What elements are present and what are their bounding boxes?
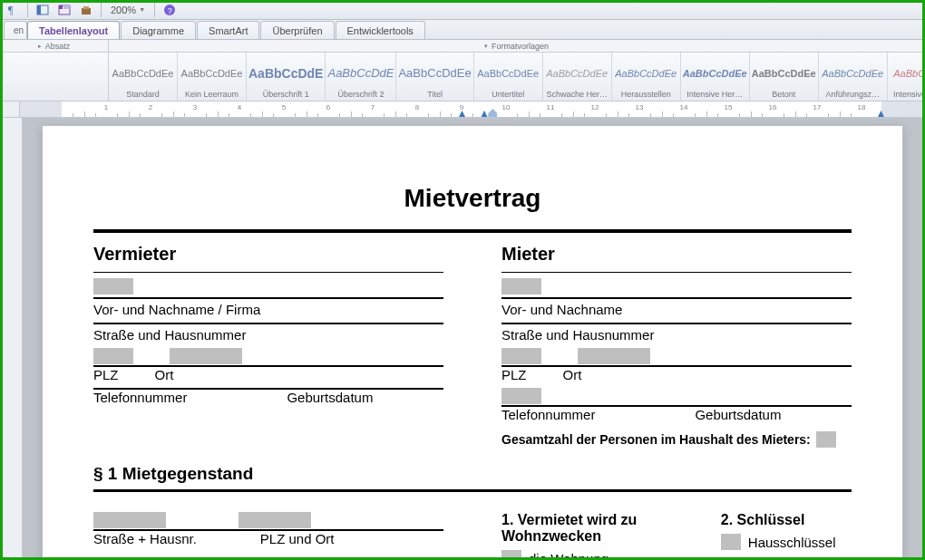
style-sample: AaBbCcDdEe: [614, 56, 678, 90]
placeholder-box: [501, 388, 541, 404]
placeholder-box: [170, 348, 242, 364]
group-absatz[interactable]: ▸Absatz: [0, 40, 109, 52]
document-page[interactable]: Mietvertrag Vermieter Vor- und Nachname …: [42, 125, 903, 557]
sidebar-icon[interactable]: [34, 2, 52, 18]
style-tile[interactable]: AaBbCcDdEeSchwache Her…: [543, 53, 612, 101]
styles-gallery: AaBbCcDdEeStandardAaBbCcDdEeKein Leerrau…: [109, 53, 925, 101]
placeholder-box: [239, 512, 311, 528]
field-ort: Ort: [155, 367, 174, 382]
style-sample: AaBbCcDdE: [327, 56, 394, 90]
field-street: Straße und Hausnummer: [501, 327, 852, 343]
style-label: Überschrift 1: [248, 90, 323, 99]
tab-smartart[interactable]: SmartArt: [197, 21, 259, 39]
doc-title: Mietvertrag: [93, 184, 852, 213]
zoom-readout[interactable]: 200% ▼: [107, 2, 149, 18]
style-tile[interactable]: AaBbCcDdEÜberschrift 1: [247, 53, 326, 101]
tab-entwicklertools[interactable]: Entwicklertools: [336, 21, 425, 39]
field-plz: PLZ: [501, 367, 527, 382]
style-label: Betont: [752, 90, 816, 99]
group-formatvorlagen[interactable]: ▾Formatvorlagen: [109, 40, 925, 52]
style-tile[interactable]: AaBbCcDdEeStandard: [109, 53, 178, 101]
tab-diagramme[interactable]: Diagramme: [121, 21, 196, 39]
style-tile[interactable]: AaBbCcDdEeUntertitel: [474, 53, 543, 101]
placeholder-box: [816, 431, 836, 448]
mieter-header: Mieter: [501, 244, 852, 265]
svg-rect-2: [37, 5, 41, 14]
style-label: Überschrift 2: [327, 90, 394, 99]
style-sample: AaBbCcDdEe: [683, 56, 747, 90]
vertical-ruler[interactable]: [3, 118, 23, 557]
style-sample: AaBbCcDdEe: [111, 56, 175, 90]
tab-partial[interactable]: en: [4, 21, 27, 39]
style-tile[interactable]: AaBbCcDdEIntensives An…: [888, 53, 925, 101]
document-canvas: Mietvertrag Vermieter Vor- und Nachname …: [3, 118, 922, 557]
style-tile[interactable]: AaBbCcDdEeHerausstellen: [612, 53, 681, 101]
field-name: Vor- und Nachname: [501, 302, 852, 317]
style-label: Untertitel: [476, 90, 540, 99]
style-tile[interactable]: AaBbCcDdEeIntensive Her…: [681, 53, 750, 101]
svg-text:¶: ¶: [8, 4, 14, 16]
style-label: Intensive Her…: [683, 90, 747, 99]
style-tile[interactable]: AaBbCcDdEeKein Leerraum: [178, 53, 247, 101]
placeholder-box: [578, 348, 650, 364]
placeholder-box: [501, 348, 541, 364]
placeholder-box: [501, 278, 541, 294]
s1r-h1: 1. Vermietet wird zu Wohnzwecken: [501, 512, 685, 545]
field-birth: Geburtsdatum: [287, 390, 373, 405]
s1r-b1: die Wohnung: [529, 551, 609, 557]
placeholder-box: [93, 278, 133, 294]
help-icon[interactable]: ?: [161, 2, 179, 18]
field-plz: PLZ: [93, 367, 119, 382]
field-tel: Telefonnummer: [93, 390, 187, 405]
style-sample: AaBbCcDdEe: [821, 56, 885, 90]
style-sample: AaBbCcDdEe: [752, 56, 816, 90]
field-birth: Geburtsdatum: [695, 407, 781, 422]
styles-gallery-row: AaBbCcDdEeStandardAaBbCcDdEeKein Leerrau…: [0, 53, 925, 101]
style-sample: AaBbCcDdEe: [476, 56, 540, 90]
svg-text:?: ?: [168, 5, 172, 14]
placeholder-box: [93, 348, 133, 364]
s1-head: § 1 Mietgegenstand: [93, 464, 852, 484]
style-tile[interactable]: AaBbCcDdEÜberschrift 2: [326, 53, 396, 101]
style-sample: AaBbCcDdE: [890, 56, 925, 90]
style-sample: AaBbCcDdE: [248, 56, 323, 90]
toolbox-icon[interactable]: [77, 2, 95, 18]
style-tile[interactable]: AaBbCcDdEeTitel: [396, 53, 473, 101]
style-label: Titel: [398, 90, 471, 99]
s1-plzort: PLZ und Ort: [260, 531, 335, 546]
style-sample: AaBbCcDdEe: [398, 56, 471, 90]
field-street: Straße und Hausnummer: [93, 327, 443, 343]
style-label: Schwache Her…: [545, 90, 609, 99]
tab-tabellenlayout[interactable]: Tabellenlayout: [27, 21, 120, 39]
svg-rect-4: [59, 5, 63, 9]
field-tel: Telefonnummer: [501, 407, 595, 422]
style-label: Intensives An…: [890, 90, 925, 99]
placeholder-box: [501, 550, 521, 557]
ribbon-tabstrip: en Tabellenlayout Diagramme SmartArt Übe…: [0, 20, 925, 40]
field-ort: Ort: [563, 367, 582, 382]
persons-label: Gesamtzahl der Personen im Haushalt des …: [501, 432, 811, 447]
style-label: Kein Leerraum: [180, 90, 244, 99]
s1r-b2: Hausschlüssel: [748, 535, 836, 550]
style-sample: AaBbCcDdEe: [545, 56, 609, 90]
horizontal-ruler[interactable]: 123456789101112131415161718: [20, 101, 925, 117]
placeholder-box: [721, 534, 741, 550]
style-sample: AaBbCcDdEe: [180, 56, 244, 90]
svg-rect-7: [83, 6, 89, 9]
placeholder-box: [93, 512, 166, 528]
vermieter-column: Vermieter Vor- und Nachname / Firma Stra…: [93, 240, 443, 448]
svg-rect-6: [82, 8, 91, 14]
svg-rect-5: [63, 5, 70, 9]
style-tile[interactable]: AaBbCcDdEeAnführungsz…: [819, 53, 888, 101]
pilcrow-icon[interactable]: ¶: [4, 2, 22, 18]
vermieter-header: Vermieter: [93, 244, 443, 265]
style-label: Standard: [111, 90, 175, 99]
horizontal-ruler-row: 123456789101112131415161718: [0, 101, 925, 118]
style-tile[interactable]: AaBbCcDdEeBetont: [750, 53, 819, 101]
tab-ueberpruefen[interactable]: Überprüfen: [260, 21, 334, 39]
s1r-h2: 2. Schlüssel: [721, 512, 852, 528]
quick-access-toolbar: ¶ 200% ▼ ?: [0, 0, 925, 20]
field-name: Vor- und Nachname / Firma: [93, 302, 443, 317]
gallery-icon[interactable]: [55, 2, 73, 18]
ribbon-group-labels: ▸Absatz ▾Formatvorlagen: [0, 40, 925, 53]
